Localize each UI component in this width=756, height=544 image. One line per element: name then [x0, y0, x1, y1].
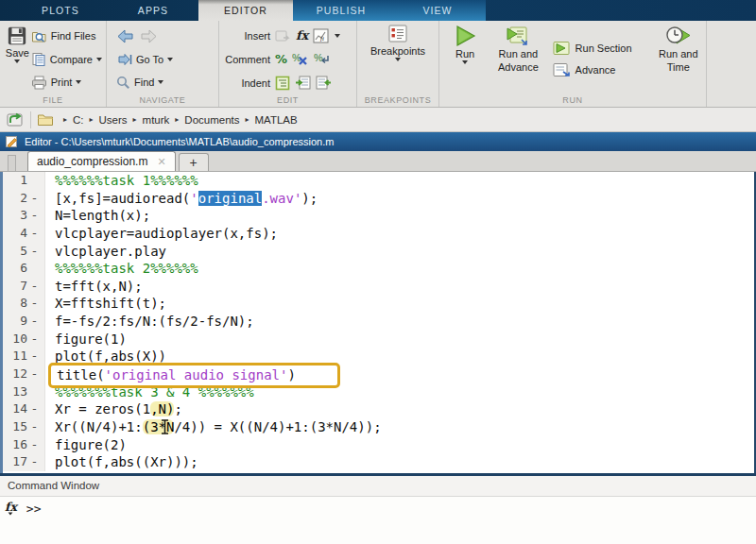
find-button[interactable]: Find — [116, 71, 173, 94]
ribbon-section-breakpoints: Breakpoints BREAKPOINTS — [357, 21, 439, 107]
code-line-9[interactable]: 9-f=-fs/2:fs/N:(fs/2-fs/N); — [3, 313, 754, 331]
editor-side-strip[interactable] — [8, 155, 16, 171]
indent-label: Indent — [223, 77, 270, 89]
toolstrip-tab-view[interactable]: VIEW — [389, 0, 486, 21]
code-line-12[interactable]: 12-title('original audio signal') — [3, 366, 754, 383]
line-gutter: 15- — [3, 418, 45, 436]
indent-left-icon[interactable] — [316, 76, 332, 90]
code-line-1[interactable]: 1%%%%%%task 1%%%%%% — [3, 172, 754, 190]
go-to-dropdown-caret[interactable] — [167, 58, 173, 61]
compare-label: Compare — [50, 54, 93, 65]
print-dropdown-caret[interactable] — [76, 80, 81, 84]
toolstrip-tab-plots[interactable]: PLOTS — [13, 0, 108, 21]
code-line-17[interactable]: 17-plot(f,abs((Xr))); — [3, 453, 754, 471]
go-to-icon — [116, 53, 132, 66]
forward-arrow-icon[interactable] — [139, 29, 158, 43]
advance-button[interactable]: Advance — [552, 62, 632, 77]
code-line-15[interactable]: 15-Xr((N/4)+1:(3*N/4)) = X((N/4)+1:(3*N/… — [3, 418, 754, 436]
wrap-comments-icon[interactable]: % — [314, 52, 331, 66]
find-files-button[interactable]: Find Files — [31, 25, 102, 47]
run-button[interactable]: Run — [445, 23, 485, 94]
breadcrumb: ▸C:▸Users▸mturk▸Documents▸MATLAB — [60, 114, 300, 126]
run-and-time-label-2: Time — [667, 61, 690, 74]
svg-text:%: % — [314, 52, 323, 63]
fx-button[interactable]: fx — [5, 502, 17, 516]
run-and-time-label-1: Run and — [659, 48, 698, 60]
find-dropdown-caret[interactable] — [158, 80, 163, 84]
code-line-3[interactable]: 3-N=length(x); — [3, 207, 754, 225]
toolstrip-tab-editor[interactable]: EDITOR — [198, 0, 293, 21]
breadcrumb-item-documents[interactable]: Documents — [182, 114, 241, 126]
compare-dropdown-caret[interactable] — [96, 58, 102, 61]
code-line-10[interactable]: 10-figure(1) — [3, 331, 754, 348]
command-window-body[interactable]: fx >> — [0, 497, 756, 544]
ribbon-filler — [707, 21, 756, 107]
print-button[interactable]: Print — [31, 71, 102, 94]
run-icon — [453, 25, 477, 47]
indent-right-icon[interactable] — [295, 76, 311, 90]
code-line-16[interactable]: 16-figure(2) — [3, 436, 754, 454]
run-and-advance-button[interactable]: Run and Advance — [492, 23, 543, 94]
plus-icon: + — [190, 155, 198, 170]
code-editor[interactable]: 1%%%%%%task 1%%%%%%2-[x,fs]=audioread('o… — [0, 172, 756, 473]
browse-folder-icon[interactable] — [6, 111, 25, 128]
ribbon: Save Find Files Compare Prin — [0, 21, 756, 108]
save-button[interactable]: Save — [4, 24, 31, 94]
breadcrumb-item-users[interactable]: Users — [97, 114, 129, 126]
run-and-advance-label-2: Advance — [498, 61, 539, 74]
code-line-4[interactable]: 4-vlcplayer=audioplayer(x,fs); — [3, 225, 754, 243]
line-gutter: 7- — [3, 278, 45, 296]
line-gutter: 1 — [3, 172, 45, 190]
insert-function-icon[interactable]: fx — [296, 28, 308, 42]
new-tab-button[interactable]: + — [179, 153, 209, 171]
code-line-14[interactable]: 14-Xr = zeros(1,N); — [3, 400, 754, 418]
ribbon-section-run: Run Run and Advance Run Section Advance — [439, 21, 707, 107]
uncomment-icon[interactable]: % — [292, 52, 309, 66]
code-line-5[interactable]: 5-vlcplayer.play — [3, 243, 754, 261]
save-dropdown-caret[interactable] — [14, 60, 20, 63]
run-label: Run — [455, 48, 474, 60]
run-dropdown-caret[interactable] — [462, 60, 468, 64]
line-gutter: 11- — [3, 348, 45, 366]
compare-icon — [31, 52, 46, 67]
folder-icon[interactable] — [37, 112, 54, 127]
command-window-title[interactable]: Command Window — [0, 476, 756, 497]
code-line-6[interactable]: 6%%%%%%task 2%%%%%% — [3, 260, 754, 278]
breadcrumb-arrow-icon: ▸ — [90, 115, 94, 124]
advance-icon — [552, 62, 571, 77]
code-line-7[interactable]: 7-t=fft(x,N); — [3, 278, 754, 296]
run-section-button[interactable]: Run Section — [552, 41, 632, 56]
insert-section-icon[interactable] — [275, 29, 291, 42]
toolstrip-tab-publish[interactable]: PUBLISH — [293, 0, 389, 21]
breadcrumb-item-mturk[interactable]: mturk — [141, 114, 172, 126]
section-label-run: RUN — [439, 94, 706, 107]
insert-fi-icon[interactable]: fi — [313, 28, 330, 43]
document-tab[interactable]: audio_compression.m ✕ — [27, 151, 176, 171]
address-bar: ▸C:▸Users▸mturk▸Documents▸MATLAB — [0, 108, 756, 132]
line-gutter: 3- — [3, 207, 45, 225]
code-line-2[interactable]: 2-[x,fs]=audioread('original.wav'); — [3, 190, 754, 208]
breakpoints-dropdown-caret[interactable] — [395, 58, 401, 61]
line-gutter: 6 — [3, 260, 45, 278]
line-gutter: 8- — [3, 295, 45, 313]
breadcrumb-item-c[interactable]: C: — [71, 114, 86, 126]
close-tab-icon[interactable]: ✕ — [157, 156, 165, 168]
breadcrumb-item-matlab[interactable]: MATLAB — [253, 114, 300, 126]
back-arrow-icon[interactable] — [116, 29, 135, 43]
insert-dropdown-caret[interactable] — [335, 34, 340, 38]
compare-button[interactable]: Compare — [31, 48, 102, 71]
editor-title-text: Editor - C:\Users\mturk\Documents\MATLAB… — [25, 136, 334, 147]
run-and-time-button[interactable]: Run and Time — [653, 23, 704, 94]
go-to-button[interactable]: Go To — [116, 48, 173, 71]
line-gutter: 10- — [3, 331, 45, 348]
code-line-8[interactable]: 8-X=fftshift(t); — [3, 295, 754, 313]
document-tab-label: audio_compression.m — [37, 155, 147, 168]
line-gutter: 12- — [3, 366, 45, 383]
breakpoints-icon[interactable] — [387, 24, 409, 44]
toolstrip-tab-apps[interactable]: APPS — [108, 0, 198, 21]
smart-indent-icon[interactable] — [275, 76, 290, 91]
comment-icon[interactable]: % — [275, 52, 287, 66]
run-and-time-icon — [665, 25, 692, 47]
find-files-icon — [31, 28, 47, 43]
text-cursor-ibeam — [161, 419, 169, 434]
